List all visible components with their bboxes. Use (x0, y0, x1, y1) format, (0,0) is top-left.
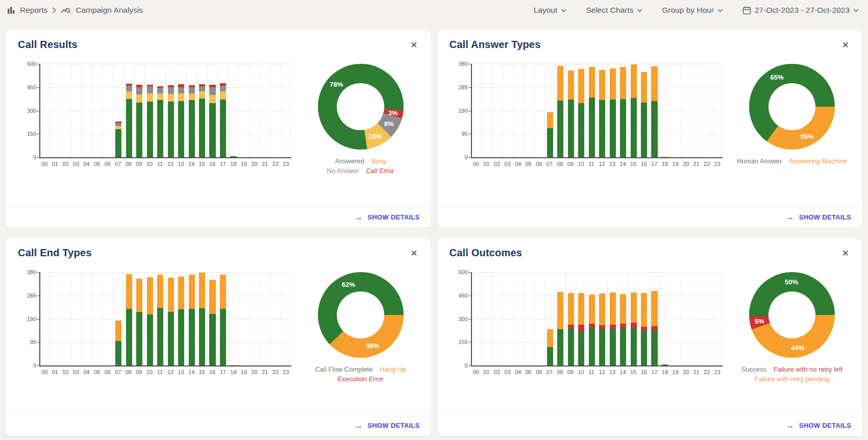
bar-column (555, 272, 565, 365)
show-details-button[interactable]: → SHOW DETAILS (785, 421, 851, 431)
close-icon[interactable]: ✕ (840, 247, 851, 260)
y-axis-tick (37, 64, 40, 64)
card-call-results: Call Results ✕ 0150300450600000102030405… (5, 29, 432, 228)
bar-segment-gray (168, 87, 174, 94)
bar-segment-orange (178, 277, 184, 310)
legend-item[interactable]: Call Flow Complete (315, 365, 373, 373)
bar-segment-green (178, 309, 184, 365)
bar-segment-orange (578, 293, 584, 325)
bar-column (40, 272, 51, 365)
bar-segment-green (136, 103, 142, 157)
donut-percentage-label: 35% (800, 132, 813, 140)
stacked-bar (209, 280, 215, 365)
legend-item[interactable]: Answering Machine (789, 157, 847, 165)
bar-segment-yellow (147, 93, 153, 102)
close-icon[interactable]: ✕ (840, 39, 851, 52)
bar-segment-green (557, 329, 563, 365)
donut-percentage-label: 50% (785, 278, 798, 286)
y-axis-tick (37, 157, 40, 158)
donut-percentage-label: 3% (388, 109, 398, 116)
bar-segment-green (157, 308, 163, 365)
bar-segment-red (599, 325, 605, 329)
x-axis-tick-label: 17 (649, 161, 660, 167)
bar-segment-red (620, 324, 626, 328)
bar-segment-orange (589, 295, 595, 324)
bar-segment-green (578, 331, 584, 365)
bar-segment-yellow (178, 93, 184, 101)
stacked-bar (547, 112, 553, 157)
legend-item[interactable]: No Answer (327, 167, 359, 175)
y-axis-tick-label: 0 (449, 362, 468, 369)
stacked-bar (568, 293, 574, 365)
y-axis-tick-label: 285 (449, 84, 468, 90)
legend-item[interactable]: Human Answer (737, 157, 782, 165)
select-charts-dropdown[interactable]: Select Charts (586, 6, 642, 15)
x-axis-tick-label: 06 (102, 369, 113, 375)
stacked-bar (220, 83, 226, 158)
x-axis-tick-label: 15 (196, 369, 207, 375)
stacked-bar (230, 156, 236, 157)
date-range-picker[interactable]: 27-Oct-2023 - 27-Oct-2023 (742, 6, 859, 15)
x-axis-tick-label: 22 (702, 369, 712, 375)
bar-segment-yellow (199, 91, 205, 99)
y-axis-tick-label: 450 (449, 292, 468, 299)
bar-column (702, 272, 712, 365)
breadcrumb-current: Campaign Analysis (76, 6, 143, 15)
bar-column (566, 272, 576, 365)
legend-item[interactable]: Answered (335, 157, 364, 165)
bar-column (187, 272, 197, 365)
y-axis-tick (468, 134, 472, 134)
show-details-button[interactable]: → SHOW DETAILS (354, 212, 420, 223)
bar-column (208, 64, 218, 157)
legend-item[interactable]: Call Error (366, 167, 394, 175)
legend-item[interactable]: Execution Error (338, 375, 384, 383)
x-axis-tick-label: 03 (502, 161, 513, 167)
bar-segment-green (620, 328, 626, 365)
x-axis-tick-label: 08 (555, 369, 565, 375)
x-axis-tick-label: 16 (207, 369, 218, 375)
close-icon[interactable]: ✕ (408, 247, 419, 260)
bar-column (197, 64, 207, 157)
bar-segment-red (641, 327, 647, 331)
close-icon[interactable]: ✕ (408, 39, 419, 52)
x-axis-tick-label: 02 (60, 161, 71, 167)
bar-column (51, 272, 61, 365)
x-axis-tick-label: 03 (71, 369, 82, 375)
stacked-bar (188, 275, 194, 365)
bar-segment-orange (168, 278, 174, 312)
group-by-label: Group by Hour (662, 6, 714, 15)
y-axis-tick (468, 342, 472, 343)
legend-item[interactable]: Hang Up (380, 365, 406, 373)
x-axis-tick-label: 07 (544, 369, 555, 375)
bar-segment-green (136, 312, 142, 365)
bar-segment-green (609, 100, 615, 157)
bar-segment-green (157, 100, 163, 157)
layout-dropdown[interactable]: Layout (534, 6, 567, 15)
breadcrumb-reports[interactable]: Reports (20, 6, 47, 15)
legend-item[interactable]: Failure with no retry left (774, 365, 842, 373)
bar-segment-orange (568, 293, 574, 325)
bar-column (576, 272, 586, 365)
arrow-right-icon: → (785, 212, 794, 223)
x-axis-tick-label: 18 (228, 161, 239, 167)
show-details-button[interactable]: → SHOW DETAILS (785, 212, 851, 223)
x-axis-tick-label: 11 (155, 369, 165, 375)
bar-column (61, 272, 71, 365)
legend-item[interactable]: Failure with retry pending (755, 375, 829, 383)
legend-item[interactable]: Busy (371, 157, 386, 165)
bar-column (513, 272, 524, 365)
bar-segment-yellow (220, 91, 226, 100)
bar-segment-yellow (136, 94, 142, 102)
bar-segment-orange (599, 294, 605, 325)
calendar-icon (742, 6, 751, 15)
show-details-button[interactable]: → SHOW DETAILS (354, 421, 420, 431)
bar-column (629, 64, 639, 157)
group-by-dropdown[interactable]: Group by Hour (662, 6, 723, 15)
bar-column (492, 272, 503, 365)
bar-column (482, 64, 492, 157)
legend-item[interactable]: Success (741, 365, 766, 373)
chart-legend: SuccessFailure with no retry leftFailure… (738, 365, 846, 384)
y-axis-tick-label: 285 (17, 292, 36, 299)
bar-segment-green (126, 99, 132, 157)
bar-segment-gray (199, 86, 205, 91)
